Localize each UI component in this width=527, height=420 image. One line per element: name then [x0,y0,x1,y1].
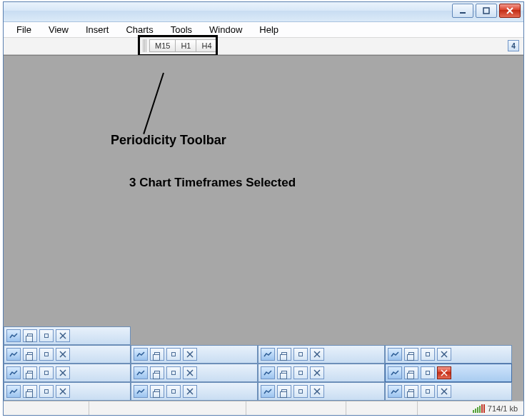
chart-icon [134,348,148,361]
chart-icon [6,366,21,379]
annotation-label-1: Periodicity Toolbar [111,133,226,148]
close-icon[interactable] [56,385,70,398]
restore-icon[interactable] [23,385,37,398]
minimized-windows-area [4,326,523,401]
maximize-icon[interactable] [166,348,181,361]
menu-view[interactable]: View [40,23,77,36]
restore-icon[interactable] [404,348,418,361]
minimized-chart-window[interactable] [4,326,131,345]
connection-bars-icon [473,404,485,413]
maximize-icon[interactable] [39,385,54,398]
close-button[interactable] [499,4,521,18]
maximize-icon[interactable] [293,366,308,379]
restore-icon[interactable] [23,348,37,361]
minimized-chart-window[interactable] [258,345,385,364]
annotation-line [143,73,164,134]
status-section [89,401,246,415]
chart-icon [261,366,275,379]
minimized-chart-window[interactable] [385,345,512,364]
minimized-chart-window[interactable] [131,364,258,382]
chart-icon [388,348,402,361]
menu-insert[interactable]: Insert [77,23,118,36]
menu-charts[interactable]: Charts [117,23,161,36]
minimized-chart-window[interactable] [385,382,512,401]
maximize-icon[interactable] [293,385,308,398]
menu-tools[interactable]: Tools [162,23,201,36]
maximize-icon[interactable] [421,348,435,361]
menu-file[interactable]: File [8,23,40,36]
restore-icon[interactable] [23,366,37,379]
maximize-icon[interactable] [39,366,54,379]
restore-icon[interactable] [277,348,291,361]
periodicity-toolbar: M15 H1 H4 [143,39,218,52]
maximize-icon[interactable] [39,329,54,342]
maximize-icon[interactable] [421,385,435,398]
title-bar [4,2,523,22]
menu-window[interactable]: Window [201,23,251,36]
restore-icon[interactable] [150,366,164,379]
timeframe-h1-button[interactable]: H1 [175,39,196,52]
minimized-chart-window[interactable] [4,345,131,364]
maximize-icon[interactable] [166,385,181,398]
close-icon[interactable] [310,348,324,361]
restore-icon[interactable] [150,385,164,398]
workspace-count-badge[interactable]: 4 [508,40,519,51]
chart-icon [6,329,21,342]
close-icon[interactable] [183,348,197,361]
restore-icon[interactable] [23,329,37,342]
status-right: 714/1 kb [470,404,523,413]
maximize-icon[interactable] [421,366,435,379]
status-section [246,401,346,415]
close-icon[interactable] [437,366,451,379]
close-icon[interactable] [183,366,197,379]
restore-icon[interactable] [404,385,418,398]
restore-icon[interactable] [277,385,291,398]
minimized-chart-window[interactable] [4,382,131,401]
toolbar-row: M15 H1 H4 4 [4,38,523,55]
maximize-icon[interactable] [166,366,181,379]
maximize-icon[interactable] [293,348,308,361]
maximize-icon[interactable] [39,348,54,361]
minimize-button[interactable] [452,4,473,18]
close-icon[interactable] [310,366,324,379]
minimized-chart-window[interactable] [258,364,385,382]
chart-icon [6,385,21,398]
close-icon[interactable] [56,366,70,379]
menu-help[interactable]: Help [251,23,287,36]
close-icon[interactable] [310,385,324,398]
chart-icon [6,348,21,361]
timeframe-m15-button[interactable]: M15 [149,39,176,52]
timeframe-h4-button[interactable]: H4 [196,39,217,52]
annotation-label-2: 3 Chart Timeframes Selected [129,176,296,190]
status-section [4,401,89,415]
close-icon[interactable] [437,348,451,361]
minimized-chart-window[interactable] [258,382,385,401]
status-traffic: 714/1 kb [488,404,518,413]
chart-icon [134,385,148,398]
restore-icon[interactable] [150,348,164,361]
minimized-chart-window[interactable] [131,345,258,364]
chart-icon [388,385,402,398]
mdi-workspace: Periodicity Toolbar 3 Chart Timeframes S… [4,55,523,401]
restore-icon[interactable] [404,366,418,379]
app-window: File View Insert Charts Tools Window Hel… [3,1,524,416]
chart-icon [261,348,275,361]
close-icon[interactable] [56,348,70,361]
minimized-chart-window[interactable] [4,364,131,382]
minimized-chart-window[interactable] [131,382,258,401]
window-controls [452,4,521,19]
chart-icon [134,366,148,379]
close-icon[interactable] [437,385,451,398]
status-section [346,401,418,415]
maximize-button[interactable] [476,4,497,18]
minimized-chart-window-active[interactable] [385,364,512,382]
close-icon[interactable] [183,385,197,398]
svg-rect-1 [483,8,489,14]
close-icon[interactable] [56,329,70,342]
chart-icon [261,385,275,398]
restore-icon[interactable] [277,366,291,379]
status-bar: 714/1 kb [4,401,523,415]
menu-bar: File View Insert Charts Tools Window Hel… [4,22,523,38]
toolbar-grip-icon[interactable] [143,39,147,52]
chart-icon [388,366,402,379]
